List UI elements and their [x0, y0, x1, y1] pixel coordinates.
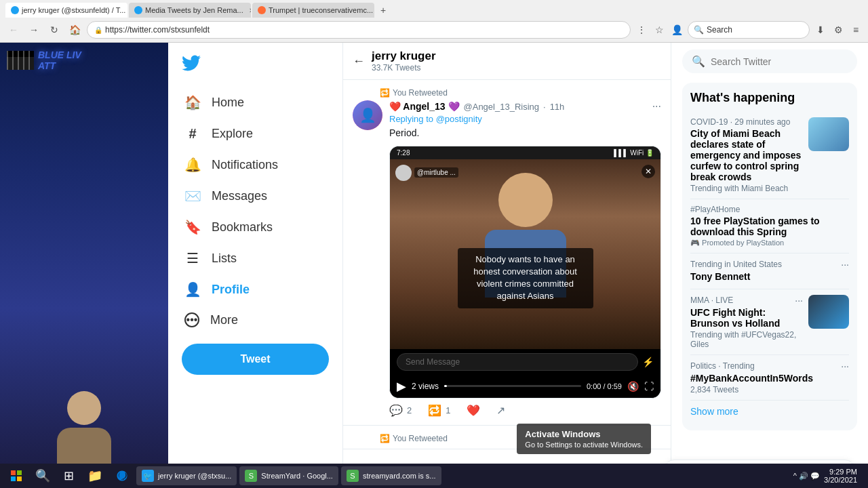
- tab-3[interactable]: Trumpet | trueconservativemc... ✕: [252, 3, 374, 18]
- reload-button[interactable]: ↻: [46, 22, 62, 38]
- send-options-icon[interactable]: ⚡: [642, 357, 654, 367]
- share-button[interactable]: ↗: [496, 404, 505, 417]
- trending-item-1[interactable]: COVID-19 · 29 minutes ago City of Miami …: [690, 112, 849, 199]
- trending-more-4[interactable]: ···: [795, 295, 803, 306]
- webcam-video: BLUE LIVATT TCM: [0, 43, 168, 486]
- search-taskbar-button[interactable]: 🔍: [30, 466, 56, 485]
- tab-3-label: Trumpet | trueconservativemc...: [269, 6, 373, 14]
- file-explorer-button[interactable]: 📁: [82, 466, 108, 485]
- nav-bookmarks[interactable]: 🔖 Bookmarks: [176, 212, 334, 242]
- trending-count-4: Trending with #UFCVegas22, Giles: [690, 330, 803, 349]
- settings-icon[interactable]: ⚙: [831, 23, 845, 37]
- send-message-input[interactable]: Send Message: [397, 353, 638, 371]
- tweet-item: 🔁 You Retweeted 👤 ❤️ Angel_13 💜 @Angel_1…: [343, 80, 671, 426]
- right-sidebar: 🔍 What's happening COVID-19 · 29 minutes…: [671, 43, 868, 486]
- fullscreen-button[interactable]: ⛶: [644, 381, 654, 392]
- tab-2-icon: [134, 6, 142, 14]
- twitter-logo[interactable]: [182, 54, 334, 75]
- edge-browser-button[interactable]: [111, 466, 134, 485]
- video-content[interactable]: Nobody wants to have an honest conversat…: [390, 159, 660, 349]
- lists-icon: ☰: [184, 250, 201, 266]
- show-more-button[interactable]: Show more: [690, 401, 849, 422]
- reply-button[interactable]: 💬 2: [389, 404, 412, 417]
- tweet-avatar[interactable]: 👤: [353, 100, 382, 130]
- address-bar[interactable]: 🔒 https://twitter.com/stxsunfeldt: [87, 21, 631, 39]
- retweet-button[interactable]: 🔁 1: [428, 404, 450, 417]
- main-content: ← jerry kruger 33.7K Tweets 🔁 You Retwee…: [343, 43, 671, 486]
- twitter-sidebar: 🏠 Home # Explore 🔔 Notifications ✉️ Mess…: [168, 43, 343, 486]
- taskbar-app-streamyard[interactable]: S StreamYard · Googl...: [239, 466, 338, 485]
- nav-more[interactable]: ••• More: [176, 306, 334, 334]
- profile-name: jerry kruger: [372, 49, 436, 63]
- progress-bar[interactable]: [444, 385, 581, 387]
- tweet-button[interactable]: Tweet: [182, 344, 329, 375]
- messages-icon: ✉️: [184, 188, 201, 204]
- flag-area: BLUE LIVATT: [7, 49, 161, 71]
- explore-icon: #: [184, 125, 201, 142]
- reply-mention[interactable]: @postignity: [436, 114, 482, 124]
- trending-topic-5: #MyBankAccountIn5Words: [690, 373, 849, 384]
- taskbar-app-streamyard-2[interactable]: S streamyard.com is s...: [341, 466, 441, 485]
- home-button[interactable]: 🏠: [66, 22, 83, 38]
- nav-profile[interactable]: 👤 Profile: [176, 274, 334, 304]
- trending-item-3[interactable]: Trending in United States ··· Tony Benne…: [690, 253, 849, 289]
- windows-start-button[interactable]: [5, 466, 27, 485]
- browser-toolbar: ← → ↻ 🏠 🔒 https://twitter.com/stxsunfeld…: [0, 18, 868, 42]
- nav-messages[interactable]: ✉️ Messages: [176, 181, 334, 211]
- trending-item-4-content: MMA · LIVE ··· UFC Fight Night: Brunson …: [690, 295, 803, 349]
- trending-item-5-header: Politics · Trending ···: [690, 361, 849, 371]
- twitter-search-input[interactable]: [711, 56, 848, 67]
- search-placeholder: Search: [707, 25, 732, 35]
- trending-item-5[interactable]: Politics · Trending ··· #MyBankAccountIn…: [690, 355, 849, 401]
- trending-item-1-content: COVID-19 · 29 minutes ago City of Miami …: [690, 117, 803, 193]
- trending-item-4-header: MMA · LIVE ···: [690, 295, 803, 306]
- nav-home[interactable]: 🏠 Home: [176, 87, 334, 117]
- explore-label: Explore: [212, 127, 253, 141]
- task-view-button[interactable]: ⊞: [58, 466, 79, 485]
- nav-notifications[interactable]: 🔔 Notifications: [176, 150, 334, 180]
- back-button[interactable]: ←: [5, 22, 22, 38]
- trending-item-2[interactable]: #PlayAtHome 10 free PlayStation games to…: [690, 199, 849, 253]
- forward-button[interactable]: →: [26, 22, 42, 38]
- tweet-time: ·: [543, 102, 546, 112]
- trending-topic-1: City of Miami Beach declares state of em…: [690, 128, 803, 182]
- extensions-icon[interactable]: ⋮: [635, 23, 648, 37]
- browser-search[interactable]: 🔍 Search: [688, 21, 810, 39]
- trending-more-5[interactable]: ···: [841, 361, 849, 371]
- back-button[interactable]: ←: [353, 54, 365, 68]
- video-profile-name: @mirtlube ...: [414, 167, 458, 178]
- tab-1-label: jerry kruger (@stxsunfeldt) / T...: [22, 6, 125, 14]
- trending-item-4-row: MMA · LIVE ··· UFC Fight Night: Brunson …: [690, 295, 849, 349]
- play-button[interactable]: ▶: [397, 379, 406, 394]
- messages-label: Messages: [212, 189, 267, 203]
- tab-2-close[interactable]: ✕: [249, 7, 251, 14]
- time-display: 0:00 / 0:59: [587, 382, 622, 390]
- downloads-icon[interactable]: ⬇: [814, 23, 827, 37]
- trending-item-4[interactable]: MMA · LIVE ··· UFC Fight Night: Brunson …: [690, 289, 849, 355]
- tab-2[interactable]: Media Tweets by Jen Rema... ✕: [129, 3, 251, 18]
- menu-icon[interactable]: ≡: [849, 23, 863, 37]
- mute-button[interactable]: 🔇: [627, 381, 639, 392]
- video-close-button[interactable]: ✕: [642, 165, 655, 178]
- tweet-author: ❤️ Angel_13 💜 @Angel_13_Rising · 11h ···: [389, 100, 661, 113]
- tweet-more-button[interactable]: ···: [652, 100, 661, 113]
- tab-1[interactable]: jerry kruger (@stxsunfeldt) / T... ✕: [5, 3, 127, 18]
- trending-topic-4: UFC Fight Night: Brunson vs Holland: [690, 307, 803, 329]
- flag-icon: [7, 51, 34, 70]
- whats-happening-section: What's happening COVID-19 · 29 minutes a…: [682, 83, 857, 430]
- trending-more-3[interactable]: ···: [841, 259, 849, 270]
- browser-chrome: jerry kruger (@stxsunfeldt) / T... ✕ Med…: [0, 0, 868, 43]
- tweet-time-value: 11h: [550, 102, 565, 112]
- taskbar-app-twitter[interactable]: 🐦 jerry kruger (@stxsu...: [136, 466, 237, 485]
- nav-lists[interactable]: ☰ Lists: [176, 243, 334, 273]
- new-tab-button[interactable]: +: [376, 3, 391, 18]
- like-button[interactable]: ❤️: [467, 404, 480, 417]
- tab-3-icon: [258, 6, 266, 14]
- taskbar-twitter-icon: 🐦: [142, 470, 154, 482]
- twitter-search-box[interactable]: 🔍: [682, 49, 857, 73]
- more-label: More: [210, 313, 238, 327]
- nav-explore[interactable]: # Explore: [176, 119, 334, 148]
- taskbar-app-label-1: jerry kruger (@stxsu...: [158, 472, 231, 480]
- profile-icon[interactable]: 👤: [670, 23, 684, 37]
- bookmark-icon[interactable]: ☆: [652, 23, 666, 37]
